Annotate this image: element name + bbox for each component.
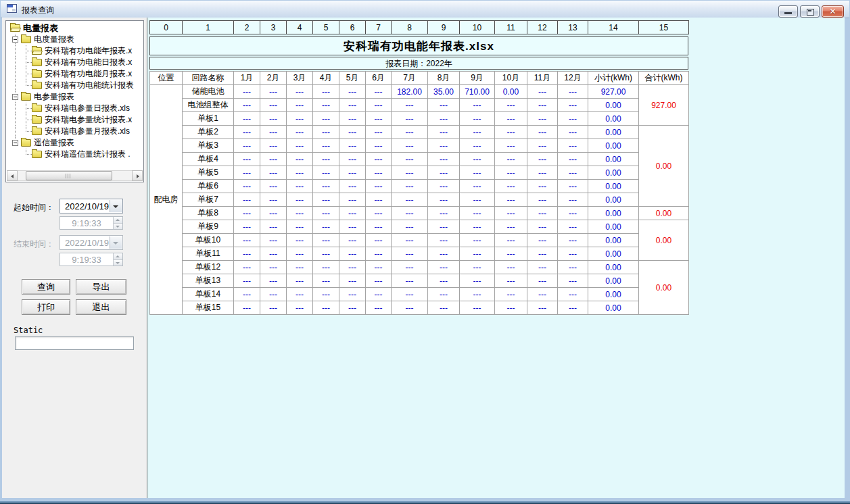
- month-value-cell: ---: [392, 301, 428, 315]
- circuit-name-cell: 单板6: [183, 180, 234, 193]
- column-number-cell: 14: [588, 21, 639, 34]
- collapse-expander-icon[interactable]: [12, 36, 18, 43]
- tree-item[interactable]: 电参量报表: [6, 91, 143, 103]
- tree-item[interactable]: 安科瑞有功电能年报表.x: [6, 45, 143, 57]
- month-value-cell: ---: [527, 126, 558, 139]
- month-value-cell: ---: [460, 261, 495, 274]
- month-value-cell: ---: [527, 153, 558, 166]
- tree-item[interactable]: 安科瑞电参量统计报表.x: [6, 114, 143, 126]
- maximize-button[interactable]: [800, 5, 820, 18]
- month-value-cell: ---: [495, 153, 527, 166]
- month-value-cell: ---: [234, 274, 260, 288]
- total-cell: 927.00: [639, 85, 689, 126]
- circuit-name-cell: 单板2: [183, 126, 234, 139]
- tree-item[interactable]: 安科瑞有功电能月报表.x: [6, 68, 143, 80]
- tree-item[interactable]: 遥信量报表: [6, 137, 143, 149]
- month-value-cell: ---: [234, 220, 260, 234]
- tree-item[interactable]: 安科瑞有功电能统计报表: [6, 80, 143, 91]
- circuit-name-cell: 储能电池: [183, 85, 234, 99]
- query-button[interactable]: 查询: [22, 279, 70, 295]
- scroll-left-arrow-icon[interactable]: [7, 170, 18, 181]
- month-value-cell: ---: [428, 247, 460, 261]
- end-time-spinner[interactable]: 9:19:33: [60, 253, 123, 266]
- tree-item[interactable]: 安科瑞电参量日报表.xls: [6, 103, 143, 114]
- static-input[interactable]: [15, 336, 134, 350]
- tree-item[interactable]: 安科瑞电参量月报表.xls: [6, 126, 143, 137]
- subtotal-cell: 0.00: [588, 274, 639, 288]
- tree-item[interactable]: 电度量报表: [6, 34, 143, 45]
- circuit-name-cell: 单板15: [183, 301, 234, 315]
- column-number-cell: 9: [428, 21, 460, 34]
- tree-item[interactable]: 安科瑞有功电能日报表.x: [6, 57, 143, 68]
- month-value-cell: ---: [428, 153, 460, 166]
- month-value-cell: ---: [527, 220, 558, 234]
- month-value-cell: ---: [339, 261, 366, 274]
- folder-icon: [21, 36, 31, 43]
- report-header-cell: 4月: [313, 72, 339, 85]
- spin-up-icon[interactable]: [114, 217, 122, 224]
- start-date-dropdown-icon[interactable]: [110, 200, 122, 212]
- month-value-cell: ---: [287, 166, 313, 180]
- export-button[interactable]: 导出: [76, 279, 126, 295]
- minimize-button[interactable]: [778, 5, 798, 18]
- report-header-cell: 7月: [392, 72, 428, 85]
- scrollbar-track[interactable]: [18, 170, 132, 181]
- subtotal-cell: 0.00: [588, 166, 639, 180]
- month-value-cell: ---: [527, 234, 558, 247]
- close-button[interactable]: ✕: [822, 5, 844, 18]
- table-row: 单板11------------------------------------…: [150, 247, 689, 261]
- scroll-right-arrow-icon[interactable]: [132, 170, 143, 181]
- month-value-cell: ---: [234, 139, 260, 153]
- client-area: 电量报表电度量报表安科瑞有功电能年报表.x安科瑞有功电能日报表.x安科瑞有功电能…: [2, 18, 845, 498]
- month-value-cell: ---: [287, 261, 313, 274]
- month-value-cell: ---: [558, 234, 588, 247]
- tree-item-label: 安科瑞有功电能统计报表: [45, 80, 134, 91]
- circuit-name-cell: 单板5: [183, 166, 234, 180]
- report-date: 报表日期：2022年: [149, 57, 688, 70]
- end-date-combobox[interactable]: 2022/10/19: [60, 235, 123, 250]
- tree-guide: [10, 57, 21, 68]
- month-value-cell: ---: [339, 153, 366, 166]
- tree-horizontal-scrollbar[interactable]: [7, 170, 143, 181]
- month-value-cell: ---: [339, 139, 366, 153]
- month-value-cell: ---: [287, 99, 313, 112]
- exit-button[interactable]: 退出: [76, 299, 126, 315]
- circuit-name-cell: 单板3: [183, 139, 234, 153]
- month-value-cell: ---: [428, 166, 460, 180]
- month-value-cell: ---: [366, 274, 392, 288]
- folder-icon: [32, 105, 42, 112]
- start-date-combobox[interactable]: 2022/10/19: [60, 199, 123, 213]
- column-number-cell: 8: [392, 21, 428, 34]
- tree-item-label: 电量报表: [23, 22, 58, 34]
- start-time-spinner[interactable]: 9:19:33: [60, 216, 123, 230]
- column-number-cell: 0: [150, 21, 183, 34]
- table-row: 单板14------------------------------------…: [150, 288, 689, 301]
- print-button[interactable]: 打印: [22, 299, 70, 315]
- tree-item[interactable]: 电量报表: [6, 22, 143, 34]
- report-tree[interactable]: 电量报表电度量报表安科瑞有功电能年报表.x安科瑞有功电能日报表.x安科瑞有功电能…: [5, 20, 144, 182]
- report-area[interactable]: 0123456789101112131415 安科瑞有功电能年报表.xlsx 报…: [149, 20, 688, 315]
- report-table[interactable]: 位置回路名称1月2月3月4月5月6月7月8月9月10月11月12月小计(kWh)…: [149, 71, 689, 315]
- month-value-cell: 710.00: [460, 85, 495, 99]
- month-value-cell: ---: [558, 193, 588, 207]
- left-panel: 电量报表电度量报表安科瑞有功电能年报表.x安科瑞有功电能日报表.x安科瑞有功电能…: [2, 18, 147, 498]
- maximize-icon: [807, 9, 814, 16]
- month-value-cell: ---: [234, 288, 260, 301]
- month-value-cell: 0.00: [495, 85, 527, 99]
- month-value-cell: ---: [558, 261, 588, 274]
- month-value-cell: ---: [527, 274, 558, 288]
- spin-down-icon[interactable]: [114, 224, 122, 230]
- collapse-expander-icon[interactable]: [12, 140, 18, 146]
- table-row: 单板8------------------------------------0…: [150, 207, 689, 220]
- end-time-value: 9:19:33: [60, 255, 113, 265]
- spin-down-icon[interactable]: [114, 260, 122, 266]
- spin-up-icon[interactable]: [114, 253, 122, 260]
- tree-item-label: 安科瑞有功电能月报表.x: [45, 68, 132, 80]
- collapse-expander-icon[interactable]: [12, 94, 18, 100]
- scrollbar-thumb[interactable]: [26, 171, 112, 180]
- end-date-dropdown-icon[interactable]: [110, 236, 122, 249]
- folder-icon: [32, 82, 42, 89]
- tree-item[interactable]: 安科瑞遥信量统计报表 .: [6, 149, 143, 160]
- month-value-cell: ---: [313, 180, 339, 193]
- month-value-cell: ---: [527, 288, 558, 301]
